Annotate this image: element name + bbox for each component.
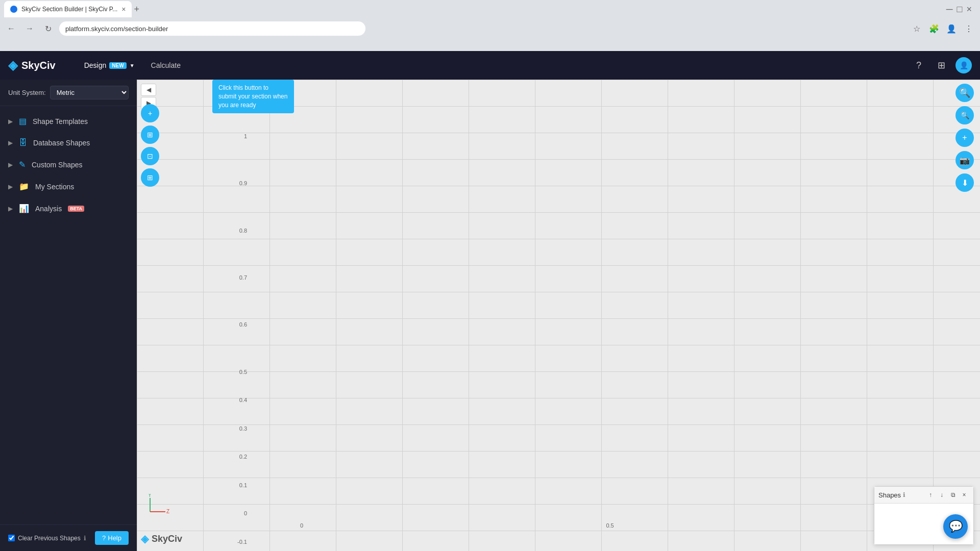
y-label-0-7: 0.7 [239, 274, 247, 281]
sidebar-item-label: Database Shapes [33, 139, 90, 147]
chevron-icon: ▶ [8, 118, 13, 125]
grid-tool-btn[interactable]: ⊞ [141, 126, 159, 144]
y-label-1: 1 [244, 133, 247, 139]
design-label: Design [84, 61, 107, 69]
collapse-left-btn[interactable]: ◀ [141, 84, 156, 96]
canvas-watermark: ◈ SkyCiv [141, 533, 182, 545]
right-toolbar: 🔍 🔍 + 📷 ⬇ [955, 84, 974, 192]
sidebar-item-shape-templates[interactable]: ▶ ▤ Shape Templates [0, 110, 137, 132]
zoom-out-btn[interactable]: 🔍 [955, 106, 974, 124]
x-label-0-5: 0.5 [606, 522, 614, 529]
tab-favicon [10, 6, 17, 13]
extensions-btn[interactable]: 🧩 [927, 21, 941, 36]
browser-chrome: SkyCiv Section Builder | SkyCiv P... × +… [0, 0, 980, 51]
select-tool-btn[interactable]: + [141, 104, 159, 122]
y-label-0-2: 0.2 [239, 454, 247, 460]
y-label-neg-0-1: -0.1 [237, 539, 247, 545]
design-button[interactable]: Design NEW ▼ [76, 57, 143, 73]
menu-btn[interactable]: ⋮ [962, 21, 976, 36]
shapes-panel-title: Shapes [878, 491, 901, 499]
tab-label: SkyCiv Section Builder | SkyCiv P... [21, 6, 117, 13]
clear-shapes-checkbox[interactable] [8, 535, 15, 541]
snap-tool-btn[interactable]: ⊞ [141, 168, 159, 187]
logo: ◈ SkyCiv [8, 58, 56, 72]
svg-text:Y: Y [148, 494, 152, 498]
refresh-button[interactable]: ↻ [41, 21, 55, 36]
chevron-icon: ▶ [8, 205, 13, 212]
canvas-grid: ◀ ▶ + ⊞ ⊡ ⊞ 1.1 1 0.9 0.8 0.7 0.6 0.5 0.… [137, 80, 980, 551]
y-label-0: 0 [244, 510, 247, 516]
help-label: Help [108, 534, 121, 542]
apps-icon-btn[interactable]: ⊞ [933, 57, 949, 73]
y-label-0-9: 0.9 [239, 180, 247, 186]
axis-indicator: Y Z [145, 494, 170, 516]
chat-icon: 💬 [949, 520, 963, 533]
database-shapes-icon: 🗄 [19, 138, 27, 147]
help-button[interactable]: ? Help [95, 531, 129, 545]
shape-templates-icon: ▤ [19, 116, 27, 126]
custom-shapes-icon: ✎ [19, 160, 26, 169]
sidebar-menu: ▶ ▤ Shape Templates ▶ 🗄 Database Shapes … [0, 106, 137, 524]
submit-tooltip: Click this button to submit your section… [212, 80, 294, 113]
top-nav: Design NEW ▼ Calculate [76, 57, 189, 73]
shapes-duplicate-btn[interactable]: ⧉ [948, 490, 958, 500]
fit-view-btn[interactable]: + [955, 129, 974, 147]
tab-close-btn[interactable]: × [121, 5, 126, 13]
sidebar-item-my-sections[interactable]: ▶ 📁 My Sections [0, 176, 137, 197]
sidebar-item-label: My Sections [35, 183, 74, 191]
help-icon-btn[interactable]: ? [911, 57, 927, 73]
clear-shapes-row: Clear Previous Shapes ℹ [8, 535, 86, 542]
section-tool-btn[interactable]: ⊡ [141, 147, 159, 165]
calculate-label: Calculate [151, 61, 181, 69]
address-bar: ← → ↻ ☆ 🧩 👤 ⋮ [0, 18, 980, 39]
analysis-icon: 📊 [19, 204, 29, 213]
shapes-close-btn[interactable]: × [959, 490, 969, 500]
chat-widget[interactable]: 💬 [943, 514, 968, 539]
minimize-btn[interactable]: ─ [946, 4, 953, 15]
back-button[interactable]: ← [4, 21, 18, 36]
unit-select[interactable]: Metric Imperial [50, 86, 129, 99]
shapes-move-down-btn[interactable]: ↓ [937, 490, 947, 500]
shapes-move-up-btn[interactable]: ↑ [925, 490, 936, 500]
calculate-button[interactable]: Calculate [143, 57, 189, 73]
sidebar-item-label: Shape Templates [33, 117, 88, 126]
address-input[interactable] [59, 21, 365, 36]
new-badge: NEW [109, 62, 126, 69]
unit-label: Unit System: [8, 89, 46, 96]
chevron-icon: ▶ [8, 139, 13, 146]
screenshot-btn[interactable]: 📷 [955, 151, 974, 169]
x-label-0: 0 [300, 522, 303, 529]
user-avatar[interactable]: 👤 [955, 57, 972, 73]
tab-bar: SkyCiv Section Builder | SkyCiv P... × +… [0, 0, 980, 18]
y-label-0-5: 0.5 [239, 369, 247, 375]
y-label-0-8: 0.8 [239, 228, 247, 234]
my-sections-icon: 📁 [19, 182, 29, 191]
y-label-0-1: 0.1 [239, 482, 247, 488]
shapes-info-icon[interactable]: ℹ [903, 491, 905, 498]
watermark-icon: ◈ [141, 533, 149, 545]
new-tab-button[interactable]: + [134, 4, 139, 15]
logo-text: SkyCiv [21, 60, 56, 71]
y-label-0-4: 0.4 [239, 397, 247, 403]
clear-shapes-info-icon[interactable]: ℹ [84, 535, 86, 542]
clear-shapes-label: Clear Previous Shapes [18, 535, 81, 542]
download-btn[interactable]: ⬇ [955, 173, 974, 192]
sidebar-item-custom-shapes[interactable]: ▶ ✎ Custom Shapes [0, 154, 137, 176]
forward-button[interactable]: → [22, 21, 37, 36]
zoom-in-btn[interactable]: 🔍 [955, 84, 974, 102]
sidebar-item-analysis[interactable]: ▶ 📊 Analysis BETA [0, 197, 137, 219]
svg-text:Z: Z [166, 509, 169, 514]
beta-badge: BETA [68, 206, 84, 212]
sidebar-item-label: Analysis [35, 205, 62, 213]
y-label-0-3: 0.3 [239, 425, 247, 432]
canvas-toolbar: + ⊞ ⊡ ⊞ [141, 104, 159, 187]
bookmark-btn[interactable]: ☆ [910, 21, 924, 36]
maximize-btn[interactable]: □ [957, 4, 963, 15]
design-chevron: ▼ [130, 63, 135, 68]
profile-btn[interactable]: 👤 [944, 21, 959, 36]
sidebar-item-database-shapes[interactable]: ▶ 🗄 Database Shapes [0, 132, 137, 154]
active-tab[interactable]: SkyCiv Section Builder | SkyCiv P... × [4, 1, 132, 17]
sidebar: Unit System: Metric Imperial ▶ ▤ Shape T… [0, 80, 137, 551]
shapes-panel-header: Shapes ℹ ↑ ↓ ⧉ × [874, 487, 973, 504]
close-btn[interactable]: × [966, 4, 972, 15]
